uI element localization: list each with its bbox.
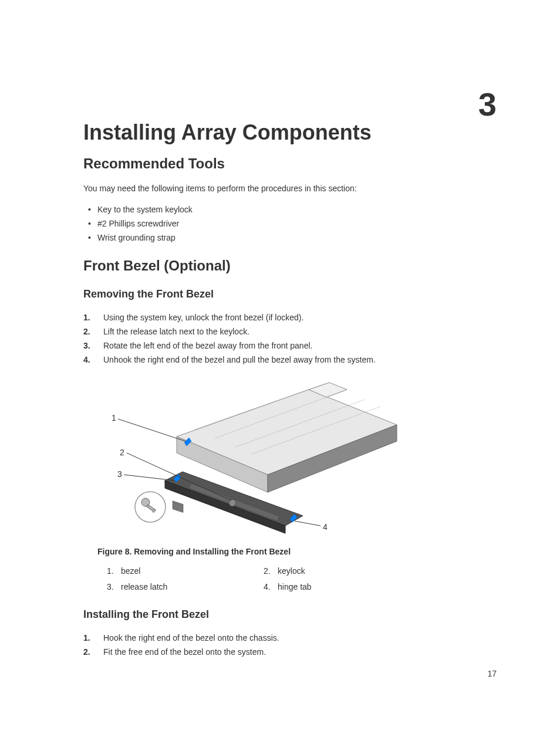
svg-point-9 xyxy=(229,499,236,506)
svg-line-21 xyxy=(295,521,321,526)
svg-line-20 xyxy=(124,475,175,481)
diagram-label-3: 3 xyxy=(117,469,122,479)
bezel-diagram-svg xyxy=(97,378,409,536)
callout-item: 3. release latch xyxy=(107,580,252,594)
removing-bezel-steps: 1.Using the system key, unlock the front… xyxy=(83,311,497,367)
svg-rect-10 xyxy=(173,500,183,512)
figure-caption: Figure 8. Removing and Installing the Fr… xyxy=(97,547,409,556)
section-recommended-tools-title: Recommended Tools xyxy=(83,155,497,172)
recommended-tools-intro: You may need the following items to perf… xyxy=(83,182,497,195)
list-item: Key to the system keylock xyxy=(83,203,497,217)
removing-bezel-title: Removing the Front Bezel xyxy=(83,288,497,300)
diagram-label-2: 2 xyxy=(120,448,124,457)
chapter-number: 3 xyxy=(478,85,497,123)
callout-item: 2. keylock xyxy=(264,564,409,579)
installing-bezel-steps: 1.Hook the right end of the bezel onto t… xyxy=(83,631,497,660)
callout-item: 4. hinge tab xyxy=(264,580,409,594)
list-item: 2.Fit the free end of the bezel onto the… xyxy=(83,645,497,660)
section-front-bezel-title: Front Bezel (Optional) xyxy=(83,258,497,274)
figure-container: 1 2 3 4 Figure 8. Removing and Installin… xyxy=(97,378,409,595)
diagram-label-1: 1 xyxy=(112,413,116,422)
list-item: 1.Using the system key, unlock the front… xyxy=(83,311,497,325)
list-item: 2.Lift the release latch next to the key… xyxy=(83,325,497,339)
callout-item: 1. bezel xyxy=(107,564,252,579)
list-item: Wrist grounding strap xyxy=(83,231,497,245)
list-item: 1.Hook the right end of the bezel onto t… xyxy=(83,631,497,645)
chapter-title: Installing Array Components xyxy=(83,120,497,145)
figure-callout-legend: 1. bezel 2. keylock 3. release latch 4. … xyxy=(107,564,409,595)
installing-bezel-title: Installing the Front Bezel xyxy=(83,608,497,621)
diagram-label-4: 4 xyxy=(323,522,328,532)
list-item: 3.Rotate the left end of the bezel away … xyxy=(83,339,497,353)
page-number: 17 xyxy=(487,669,497,678)
svg-line-18 xyxy=(118,419,185,441)
figure-diagram: 1 2 3 4 xyxy=(97,378,409,536)
list-item: #2 Phillips screwdriver xyxy=(83,217,497,231)
recommended-tools-list: Key to the system keylock #2 Phillips sc… xyxy=(83,203,497,245)
list-item: 4.Unhook the right end of the bezel and … xyxy=(83,353,497,367)
